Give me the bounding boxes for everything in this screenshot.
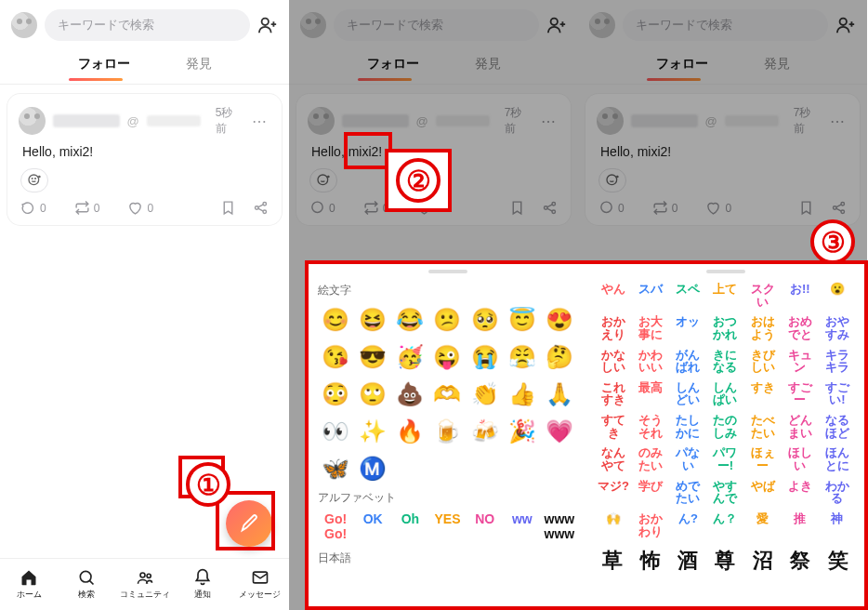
reaction-item[interactable]: しんどい [670,381,705,406]
tab-discover[interactable]: 発見 [184,50,214,78]
reaction-item[interactable]: おかわり [633,512,668,537]
reaction-item[interactable]: ん？ [707,512,743,537]
reaction-item[interactable]: 😤 [505,341,540,373]
reaction-item[interactable]: 💩 [392,378,427,410]
reaction-item[interactable]: 👍 [505,378,540,410]
post-menu-icon[interactable]: ⋯ [250,113,269,130]
avatar[interactable] [11,12,37,38]
share-button[interactable] [253,200,269,216]
post-avatar[interactable] [19,107,46,135]
reaction-item[interactable]: 🍺 [429,416,465,447]
reaction-item[interactable]: よき [783,480,818,505]
reaction-item[interactable]: 😇 [505,304,540,336]
add-reaction-button[interactable] [598,168,626,192]
reaction-item[interactable]: お!! [783,283,818,308]
reaction-item[interactable]: すごー [783,381,818,406]
reaction-item[interactable]: ん? [670,512,705,537]
like-button[interactable]: 0 [127,200,153,216]
reaction-item[interactable]: Oh [392,511,427,541]
reaction-item[interactable]: 🙌 [596,512,631,537]
add-reaction-button[interactable] [309,168,337,192]
reaction-item[interactable]: たべたい [745,414,781,439]
reaction-item[interactable]: そうそれ [633,414,668,439]
reaction-item[interactable]: 🦋 [318,453,353,484]
reaction-item[interactable]: パワー! [707,446,743,471]
reaction-item[interactable]: 🫶 [429,378,465,410]
reaction-item[interactable]: おやすみ [820,315,855,340]
reaction-item[interactable]: やすんで [707,480,743,505]
reaction-item[interactable]: やん [596,283,631,308]
add-reaction-button[interactable] [20,168,48,192]
comment-button[interactable]: 0 [598,200,625,216]
reaction-item[interactable]: 😮 [820,283,855,308]
reaction-item[interactable]: たのしみ [707,414,743,439]
reaction-item[interactable]: 🙄 [355,378,390,410]
reaction-item[interactable]: 酒 [671,547,704,575]
reaction-item[interactable]: 🥺 [467,304,503,336]
reaction-item[interactable]: ✨ [355,416,390,447]
post-menu-icon[interactable]: ⋯ [828,113,847,130]
reaction-item[interactable]: 🍻 [467,416,503,447]
add-friend-icon[interactable] [835,15,856,35]
reaction-item[interactable]: しんぱい [707,381,743,406]
reaction-item[interactable]: Ⓜ️ [355,453,390,484]
bookmark-button[interactable] [509,200,525,216]
reaction-item[interactable]: 学び [633,480,668,505]
reaction-item[interactable]: たしかに [670,414,705,439]
reaction-item[interactable]: 😂 [392,304,427,336]
nav-search[interactable]: 検索 [58,559,115,610]
reaction-item[interactable]: 😜 [429,341,465,373]
reaction-item[interactable]: 最高 [633,381,668,406]
reaction-item[interactable]: YES [429,511,465,541]
reaction-item[interactable]: スクい [745,283,781,308]
avatar[interactable] [589,12,615,38]
post-avatar[interactable] [597,107,624,135]
tab-follow[interactable]: フォロー [654,50,710,78]
search-input[interactable]: キーワードで検索 [623,9,828,41]
reaction-item[interactable]: めでたい [670,480,705,505]
reaction-item[interactable]: わかる [820,480,855,505]
add-friend-icon[interactable] [546,15,567,35]
reaction-item[interactable]: これすき [596,381,631,406]
reaction-item[interactable]: マジ? [596,480,631,505]
reaction-item[interactable]: きびしい [745,349,781,374]
reaction-item[interactable]: 🔥 [392,416,427,447]
reaction-item[interactable]: 草 [596,547,629,575]
tab-follow[interactable]: フォロー [76,50,132,78]
bookmark-button[interactable] [798,200,814,216]
nav-home[interactable]: ホーム [0,559,58,610]
reaction-item[interactable]: すてき [596,414,631,439]
bookmark-button[interactable] [220,200,236,216]
reaction-item[interactable]: 😘 [318,341,353,373]
reaction-item[interactable]: きになる [707,349,743,374]
reaction-item[interactable]: OK [355,511,390,541]
reaction-item[interactable]: ほんとに [820,446,855,471]
reaction-item[interactable]: なんやて [596,446,631,471]
reaction-item[interactable]: パない [670,446,705,471]
reaction-item[interactable]: www www [542,511,577,541]
reaction-item[interactable]: スバ [633,283,668,308]
reaction-item[interactable]: 😊 [318,304,353,336]
comment-button[interactable]: 0 [309,200,335,216]
share-button[interactable] [542,200,558,216]
reaction-item[interactable]: ほぇー [745,446,781,471]
reaction-item[interactable]: 上て [707,283,743,308]
reaction-item[interactable]: 😕 [429,304,465,336]
repost-button[interactable]: 0 [652,200,678,216]
reaction-item[interactable]: すき [745,381,781,406]
reaction-item[interactable]: 神 [820,512,855,537]
reaction-item[interactable]: オッ [670,315,705,340]
reaction-item[interactable]: お大事に [633,315,668,340]
reaction-item[interactable]: 😆 [355,304,390,336]
reaction-item[interactable]: 尊 [708,547,742,575]
comment-button[interactable]: 0 [20,200,46,216]
reaction-item[interactable]: 笑 [822,547,855,575]
reaction-item[interactable]: Go! Go! [318,511,353,541]
reaction-item[interactable]: 👀 [318,416,353,447]
reaction-item[interactable]: スペ [670,283,705,308]
reaction-item[interactable]: 😍 [542,304,577,336]
reaction-item[interactable]: 🤔 [542,341,577,373]
reaction-item[interactable]: 💗 [542,416,577,447]
reaction-item[interactable]: おめでと [783,315,818,340]
search-input[interactable]: キーワードで検索 [334,9,539,41]
